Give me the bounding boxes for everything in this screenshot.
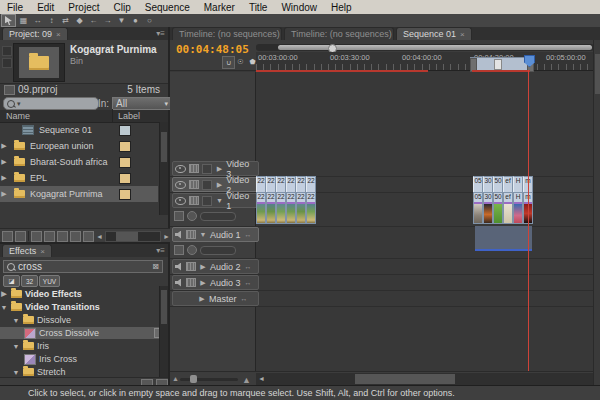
menu-clip[interactable]: Clip (106, 2, 137, 13)
slide-tool-icon[interactable]: → (101, 15, 114, 26)
tree-cross-dissolve[interactable]: Cross Dissolve (0, 327, 170, 339)
timeline-zoom-scrollbar[interactable] (256, 44, 594, 51)
close-icon[interactable]: × (56, 30, 61, 39)
collapse-arrow-icon[interactable]: ▼ (215, 197, 223, 204)
menu-window[interactable]: Window (274, 2, 324, 13)
clip[interactable]: 22 (296, 192, 306, 224)
audio3-header[interactable]: ▶ Audio 3 ↔ (172, 275, 259, 290)
snap-toggle-icon[interactable]: ∪ (222, 56, 235, 69)
filter-yuv[interactable]: YUV (39, 275, 60, 287)
track-lock-toggle[interactable] (202, 180, 213, 190)
clip[interactable]: 30 (483, 176, 493, 193)
filter-32bit[interactable]: 32 (21, 275, 38, 287)
find-icon[interactable] (44, 231, 55, 242)
tree-iris[interactable]: ▼ Iris (0, 340, 170, 352)
zoom-slider-handle[interactable] (190, 375, 197, 383)
hand-tool-icon[interactable]: ● (129, 15, 142, 26)
menu-marker[interactable]: Marker (197, 2, 242, 13)
toggle-track-output-icon[interactable] (175, 197, 186, 205)
clip[interactable]: H (513, 192, 523, 224)
audio2-header[interactable]: ▶ Audio 2 ↔ (172, 259, 259, 274)
encore-chapter-marker-icon[interactable]: ☉ (235, 56, 246, 67)
show-keyframes-icon[interactable] (187, 245, 197, 255)
video1-header[interactable]: ▼ Video 1 (172, 193, 259, 208)
panel-menu-icon[interactable]: ▾≡ (156, 246, 165, 255)
menu-sequence[interactable]: Sequence (138, 2, 197, 13)
expand-arrow-icon[interactable]: ▶ (215, 181, 223, 189)
tab-effects[interactable]: Effects × (2, 244, 52, 257)
track-lock-toggle[interactable] (202, 196, 213, 206)
project-row-kogagrat-purnima[interactable]: ▶ Kogagrat Purnima (0, 186, 158, 202)
clip[interactable]: 30 (483, 192, 493, 224)
new-bin-icon[interactable] (57, 231, 68, 242)
clip[interactable]: 50 (493, 192, 503, 224)
expand-arrow-icon[interactable]: ▶ (0, 174, 8, 182)
toggle-track-output-icon[interactable] (175, 231, 183, 239)
clip[interactable]: 05 (473, 176, 483, 193)
set-display-style-icon[interactable] (174, 211, 184, 221)
accelerated-effects-filter[interactable]: ◪ (3, 275, 20, 287)
tree-iris-cross[interactable]: Iris Cross (0, 353, 170, 365)
tab-project[interactable]: Project: 09 × (2, 27, 68, 40)
clip[interactable]: 22 (256, 192, 266, 224)
label-chip[interactable] (119, 173, 131, 184)
tree-video-effects[interactable]: ▶ Video Effects (0, 288, 158, 300)
collapse-arrow-icon[interactable]: ▼ (12, 317, 20, 324)
menu-file[interactable]: File (0, 2, 30, 13)
clip[interactable]: 22 (306, 192, 316, 224)
track-select-tool-icon[interactable]: ▦ (17, 15, 30, 26)
toggle-track-output-icon[interactable] (175, 279, 183, 287)
ripple-edit-tool-icon[interactable]: ↔ (31, 15, 44, 26)
collapse-arrow-icon[interactable]: ▼ (199, 231, 207, 238)
tree-dissolve[interactable]: ▼ Dissolve (0, 314, 170, 326)
clip[interactable]: ef (503, 192, 513, 224)
playhead-line[interactable] (528, 70, 529, 371)
expand-arrow-icon[interactable]: ▶ (199, 263, 207, 271)
new-item-icon[interactable] (70, 231, 81, 242)
clear-search-icon[interactable]: ⊠ (152, 262, 159, 271)
tab-timeline-1[interactable]: Timeline: (no sequences) (172, 27, 282, 40)
menu-project[interactable]: Project (61, 2, 106, 13)
menu-help[interactable]: Help (324, 2, 359, 13)
label-chip[interactable] (119, 189, 131, 200)
zoom-in-icon[interactable]: ▲ (242, 375, 251, 385)
in-filter-dropdown[interactable]: All ▾ (112, 97, 172, 110)
clip[interactable]: 22 (256, 176, 266, 193)
keyframe-nav-pill[interactable] (200, 246, 236, 255)
clip[interactable]: 22 (276, 192, 286, 224)
timeline-zoom-slider[interactable] (180, 378, 238, 381)
expand-arrow-icon[interactable]: ▶ (198, 295, 206, 303)
label-chip[interactable] (119, 157, 131, 168)
column-label[interactable]: Label (118, 111, 140, 121)
rate-stretch-tool-icon[interactable]: ⇄ (59, 15, 72, 26)
scroll-left-icon[interactable]: ◄ (258, 375, 265, 382)
list-view-icon[interactable] (2, 231, 13, 242)
project-row-epl[interactable]: ▶ EPL (0, 170, 158, 186)
clip[interactable]: 05 (473, 192, 483, 224)
label-chip[interactable] (119, 125, 131, 136)
poster-frame-icon[interactable] (2, 46, 12, 56)
pen-tool-icon[interactable]: ▼ (115, 15, 128, 26)
scrollbar-thumb[interactable] (355, 374, 455, 384)
tree-video-transitions[interactable]: ▼ Video Transitions (0, 301, 158, 313)
master-header[interactable]: ▶ Master ↔ (172, 291, 259, 306)
track-lock-toggle[interactable] (202, 164, 213, 174)
toggle-track-output-icon[interactable] (175, 165, 186, 173)
expand-arrow-icon[interactable]: ▶ (0, 142, 8, 150)
slip-tool-icon[interactable]: ← (87, 15, 100, 26)
collapse-arrow-icon[interactable]: ▼ (12, 369, 20, 376)
project-row-european-union[interactable]: ▶ European union (0, 138, 158, 154)
clip[interactable]: 22 (286, 176, 296, 193)
column-name[interactable]: Name (6, 111, 30, 121)
clip[interactable]: 22 (306, 176, 316, 193)
audio-clip-selected[interactable] (475, 226, 532, 251)
project-horizontal-scrollbar[interactable] (105, 231, 161, 242)
clip[interactable]: 22 (296, 176, 306, 193)
clip[interactable]: H (513, 176, 523, 193)
expand-arrow-icon[interactable]: ▶ (215, 165, 223, 173)
expand-arrow-icon[interactable]: ▶ (0, 190, 8, 198)
close-icon[interactable]: × (460, 30, 465, 39)
scroll-left-icon[interactable]: ◄ (96, 233, 103, 240)
selection-tool-icon[interactable] (1, 14, 16, 27)
label-chip[interactable] (119, 141, 131, 152)
